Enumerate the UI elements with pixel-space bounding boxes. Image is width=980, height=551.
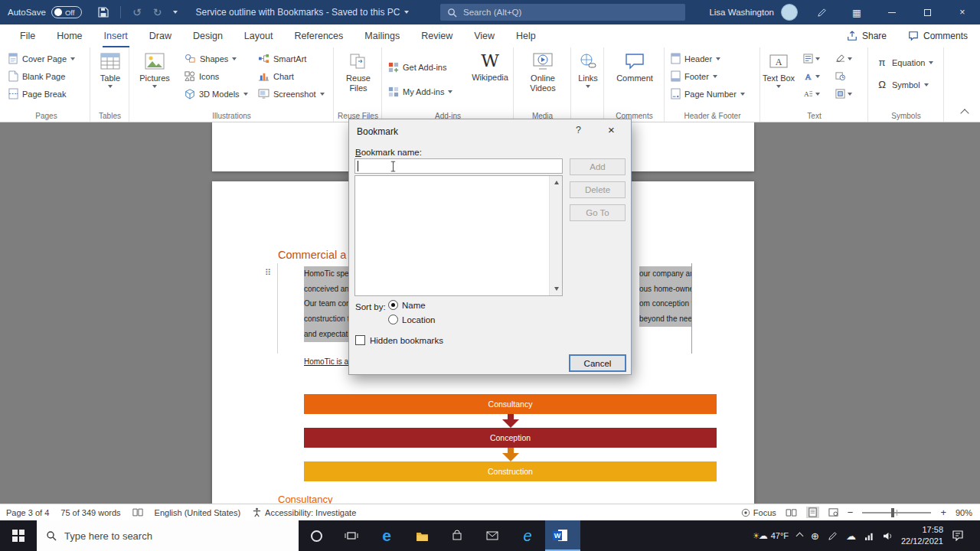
accessibility-status[interactable]: Accessibility: Investigate <box>252 507 356 517</box>
banner-construction[interactable]: Construction <box>304 461 717 481</box>
symbol-button[interactable]: Ω Symbol <box>872 76 937 93</box>
my-addins-button[interactable]: My Add-ins <box>384 83 456 100</box>
save-icon[interactable] <box>98 7 109 18</box>
location-icon[interactable]: ⊕ <box>811 530 819 542</box>
help-icon[interactable]: ? <box>576 125 581 135</box>
network-icon[interactable] <box>864 532 874 540</box>
zoom-level[interactable]: 90% <box>956 508 972 517</box>
tab-draw[interactable]: Draw <box>139 24 182 47</box>
autosave-toggle[interactable]: Off <box>51 6 82 18</box>
action-center-button[interactable] <box>952 530 964 541</box>
web-layout-button[interactable] <box>828 507 838 517</box>
date-time-button[interactable] <box>833 67 854 85</box>
smartart-button[interactable]: SmartArt <box>254 50 328 67</box>
language-indicator[interactable]: English (United States) <box>155 508 241 517</box>
screenshot-button[interactable]: Screenshot <box>254 85 328 103</box>
wordart-button[interactable]: A <box>801 67 822 85</box>
weather-widget[interactable]: ☀ ☁ 47°F <box>753 530 789 541</box>
zoom-in-button[interactable]: + <box>940 507 946 518</box>
tab-insert[interactable]: Insert <box>93 24 139 47</box>
links-button[interactable]: Links <box>573 51 603 88</box>
hidden-icons-chevron[interactable] <box>796 532 804 540</box>
sort-location-radio[interactable]: Location <box>388 315 435 324</box>
dialog-close-icon[interactable]: × <box>608 123 615 136</box>
add-button[interactable]: Add <box>570 158 626 175</box>
bookmark-name-input[interactable] <box>354 158 563 174</box>
taskbar-search-input[interactable] <box>64 530 256 542</box>
table-button[interactable]: Table <box>96 51 124 88</box>
ie-button[interactable]: e <box>510 520 545 551</box>
taskbar-clock[interactable]: 17:58 22/12/2021 <box>901 524 943 547</box>
account-area[interactable]: Lisa Washington <box>709 0 798 24</box>
mail-button[interactable] <box>475 520 510 551</box>
word-count[interactable]: 75 of 349 words <box>60 508 120 517</box>
reuse-files-button[interactable]: Reuse Files <box>338 51 379 93</box>
3d-models-button[interactable]: 3D Models <box>181 85 252 103</box>
proofing-icon[interactable] <box>132 508 143 517</box>
close-button[interactable]: × <box>945 0 980 24</box>
page-break-button[interactable]: Page Break <box>5 85 79 103</box>
redo-icon[interactable]: ↻ <box>153 6 162 18</box>
icons-button[interactable]: Icons <box>181 67 252 85</box>
bookmark-name-field[interactable] <box>355 159 562 173</box>
read-mode-button[interactable] <box>786 508 797 517</box>
pen-tray-icon[interactable] <box>828 531 838 541</box>
collapse-ribbon-icon[interactable] <box>960 109 969 117</box>
text-box-button[interactable]: A Text Box <box>761 51 796 88</box>
signature-line-button[interactable] <box>833 50 854 67</box>
titlebar-search-box[interactable] <box>440 4 685 21</box>
task-view-button[interactable] <box>334 520 369 551</box>
zoom-slider[interactable] <box>862 512 931 514</box>
pen-icon[interactable] <box>804 0 839 24</box>
scrollbar[interactable] <box>549 176 562 295</box>
apps-grid-icon[interactable]: ▦ <box>839 0 874 24</box>
zoom-thumb[interactable] <box>891 508 894 517</box>
shapes-button[interactable]: Shapes <box>181 50 252 67</box>
goto-button[interactable]: Go To <box>570 204 626 221</box>
tab-view[interactable]: View <box>463 24 505 47</box>
restore-button[interactable] <box>910 0 945 24</box>
drag-handle-icon[interactable]: ⠿ <box>265 268 271 278</box>
undo-icon[interactable]: ↺ <box>132 6 142 18</box>
get-addins-button[interactable]: Get Add-ins <box>384 58 456 76</box>
drop-cap-button[interactable]: A <box>801 85 822 103</box>
comment-button[interactable]: Comment <box>616 51 654 83</box>
cover-page-button[interactable]: Cover Page <box>5 50 79 67</box>
autosave-control[interactable]: AutoSave Off <box>8 0 82 24</box>
header-button[interactable]: Header <box>667 50 749 67</box>
cancel-button[interactable]: Cancel <box>569 354 626 372</box>
online-videos-button[interactable]: Online Videos <box>522 51 564 93</box>
object-button[interactable] <box>833 85 854 103</box>
tab-references[interactable]: References <box>283 24 354 47</box>
tab-file[interactable]: File <box>9 24 46 47</box>
tab-help[interactable]: Help <box>505 24 547 47</box>
word-taskbar-button[interactable]: W <box>545 520 580 551</box>
store-button[interactable] <box>439 520 475 551</box>
tab-design[interactable]: Design <box>182 24 234 47</box>
search-input[interactable] <box>463 8 678 17</box>
share-button[interactable]: Share <box>847 31 887 41</box>
volume-icon[interactable] <box>883 532 893 540</box>
delete-button[interactable]: Delete <box>570 181 626 198</box>
title-caret-icon[interactable] <box>404 11 409 14</box>
tab-mailings[interactable]: Mailings <box>354 24 410 47</box>
focus-button[interactable]: Focus <box>741 508 776 517</box>
zoom-out-button[interactable]: − <box>848 507 854 518</box>
footer-button[interactable]: Footer <box>667 67 749 85</box>
avatar[interactable] <box>781 4 798 21</box>
print-layout-button[interactable] <box>806 507 819 518</box>
file-explorer-button[interactable] <box>404 520 439 551</box>
tab-review[interactable]: Review <box>410 24 463 47</box>
quick-parts-button[interactable] <box>801 50 822 67</box>
pictures-button[interactable]: Pictures <box>133 51 176 88</box>
cortana-button[interactable] <box>299 520 334 551</box>
equation-button[interactable]: π Equation <box>872 54 937 71</box>
page-indicator[interactable]: Page 3 of 4 <box>6 508 49 517</box>
edge-button[interactable]: e <box>369 520 404 551</box>
scroll-up-button[interactable] <box>550 176 563 189</box>
blank-page-button[interactable]: Blank Page <box>5 67 79 85</box>
banner-conception[interactable]: Conception <box>304 428 717 448</box>
comments-button[interactable]: Comments <box>908 31 968 41</box>
page-number-button[interactable]: Page Number <box>667 85 749 103</box>
wikipedia-button[interactable]: W Wikipedia <box>470 51 510 83</box>
